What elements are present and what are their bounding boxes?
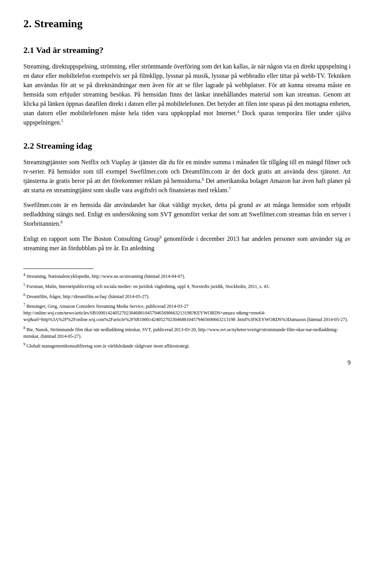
footnote-number-5: 5 (23, 283, 25, 287)
page-number: 9 (348, 358, 351, 367)
section2-heading: 2.2 Streaming idag (23, 139, 351, 152)
section2-paragraph3: Enligt en rapport som The Boston Consult… (23, 234, 351, 253)
footnote-8: 8 Bie, Nanok, Strömmande film ökar när n… (23, 325, 351, 340)
footnote-9: 9 Globalt managementkonsultföretag som ä… (23, 342, 351, 349)
footnote-ref-8: 8 (61, 220, 63, 224)
footnote-4: 4 Streaming, Nationalencyklopedin, http:… (23, 272, 351, 280)
footnote-ref-4: 4 (237, 109, 239, 114)
footnote-7: 7 Bensinger, Greg, Amazon Considers Stre… (23, 302, 351, 323)
footnote-6: 6 Dreamfilm, frågor, http://dreamfilm.se… (23, 292, 351, 300)
footnote-divider (23, 269, 94, 269)
footnote-ref-7: 7 (229, 186, 231, 191)
section2-paragraph2: Swefilmer.com är en hemsida där användan… (23, 200, 351, 228)
main-title: 2. Streaming (23, 16, 351, 32)
footnote-number-9: 9 (23, 342, 25, 346)
footnote-number-8: 8 (23, 326, 25, 330)
footnote-5: 5 Forsman, Malin, Internetpublicering oc… (23, 282, 351, 290)
footnote-ref-9: 9 (160, 235, 162, 239)
footnote-number-7: 7 (23, 302, 25, 307)
section2-paragraph1: Streamingtjänster som Netflix och Viapla… (23, 158, 351, 195)
section1-paragraph1: Streaming, direktuppspelning, strömning,… (23, 62, 351, 128)
footnote-number-4: 4 (23, 272, 25, 277)
footnotes-section: 4 Streaming, Nationalencyklopedin, http:… (23, 272, 351, 349)
footnote-number-6: 6 (23, 293, 25, 297)
footnote-ref-6: 6 (202, 177, 204, 181)
page: 2. Streaming 2.1 Vad är streaming? Strea… (0, 0, 374, 375)
footnote-ref-5: 5 (61, 119, 63, 123)
section1-heading: 2.1 Vad är streaming? (23, 44, 351, 56)
